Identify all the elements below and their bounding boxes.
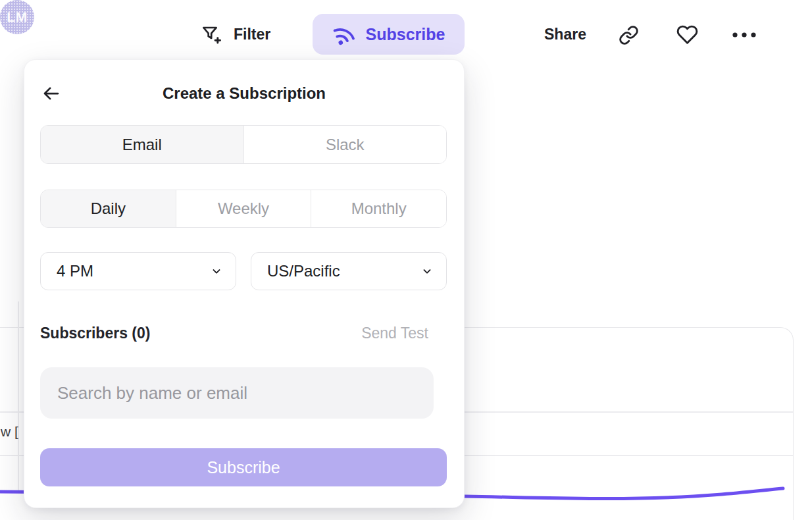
heart-icon xyxy=(676,24,699,45)
search-input[interactable] xyxy=(40,367,434,419)
filter-plus-icon xyxy=(201,24,222,45)
share-label: Share xyxy=(544,26,586,43)
avatar[interactable]: LM xyxy=(0,0,34,34)
avatar-initials: LM xyxy=(7,9,27,25)
tab-monthly[interactable]: Monthly xyxy=(311,190,446,227)
chevron-down-icon xyxy=(421,265,433,277)
tab-slack[interactable]: Slack xyxy=(243,126,447,163)
chevron-down-icon xyxy=(211,265,222,277)
timezone-select[interactable]: US/Pacific xyxy=(251,252,447,290)
rss-icon xyxy=(332,22,356,46)
favorite-button[interactable] xyxy=(674,23,699,45)
send-test-button[interactable]: Send Test xyxy=(361,325,428,342)
subscribe-submit-button[interactable]: Subscribe xyxy=(40,448,447,486)
partial-row-text: w [ xyxy=(1,424,18,440)
copy-link-button[interactable] xyxy=(617,24,640,45)
time-select-value: 4 PM xyxy=(57,262,93,280)
ellipsis-icon xyxy=(730,30,758,39)
tab-weekly[interactable]: Weekly xyxy=(176,190,311,227)
more-options-button[interactable] xyxy=(730,30,758,39)
subscribers-label: Subscribers (0) xyxy=(40,325,150,342)
table-column-divider xyxy=(18,301,19,492)
link-icon xyxy=(619,25,639,45)
subscribe-nav-label: Subscribe xyxy=(366,25,445,44)
create-subscription-dialog: Create a Subscription Email Slack Daily … xyxy=(24,59,465,508)
subscriber-search xyxy=(40,367,434,419)
channel-tabs: Email Slack xyxy=(40,125,447,164)
page: w [ Filter Subscribe LM Shar xyxy=(0,0,812,520)
share-button[interactable]: Share xyxy=(544,14,586,54)
frequency-tabs: Daily Weekly Monthly xyxy=(40,190,447,228)
dialog-title: Create a Subscription xyxy=(24,84,464,103)
filter-button[interactable]: Filter xyxy=(201,14,270,54)
subscribe-nav-button[interactable]: Subscribe xyxy=(313,14,465,55)
subscribers-row: Subscribers (0) Send Test xyxy=(40,325,447,344)
timezone-select-value: US/Pacific xyxy=(267,262,340,280)
tab-daily[interactable]: Daily xyxy=(41,190,176,227)
tab-email[interactable]: Email xyxy=(41,126,243,163)
time-select[interactable]: 4 PM xyxy=(40,252,236,290)
filter-label: Filter xyxy=(234,26,270,43)
